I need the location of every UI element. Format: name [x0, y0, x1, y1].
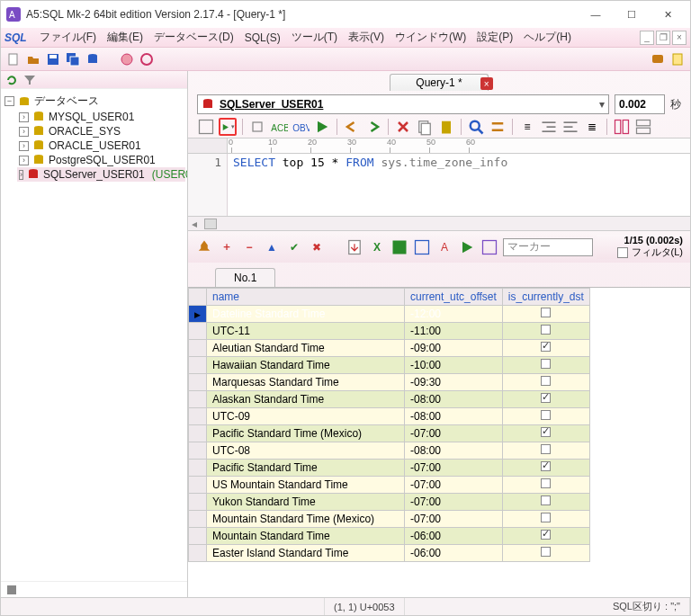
table-row[interactable]: UTC-11-11:00 — [189, 323, 590, 340]
pin-icon[interactable] — [195, 238, 213, 256]
cell-offset[interactable]: -07:00 — [405, 477, 503, 494]
commit-icon[interactable]: ✔ — [285, 238, 303, 256]
cell-dst[interactable] — [502, 357, 589, 374]
run-step-icon[interactable] — [313, 118, 331, 136]
cell-dst[interactable] — [502, 340, 589, 357]
connection-select[interactable]: SQLServer_USER01 ▾ — [197, 94, 609, 114]
row-header[interactable] — [189, 528, 207, 545]
run-sql-button[interactable] — [219, 118, 237, 136]
column-header-name[interactable]: name — [207, 289, 405, 306]
dst-checkbox[interactable] — [541, 495, 551, 505]
table-row[interactable]: Pacific Standard Time (Mexico)-07:00 — [189, 425, 590, 442]
table-row[interactable]: UTC-09-08:00 — [189, 408, 590, 425]
stop-button[interactable] — [248, 118, 266, 136]
cell-dst[interactable] — [502, 494, 589, 511]
copy-icon[interactable] — [416, 118, 434, 136]
save-icon[interactable] — [46, 52, 60, 67]
tree-expand-icon[interactable]: › — [19, 156, 29, 165]
cell-name[interactable]: Mountain Standard Time — [207, 528, 405, 545]
table-row[interactable]: UTC-08-08:00 — [189, 442, 590, 460]
column-header-offset[interactable]: current_utc_offset — [405, 289, 503, 306]
cell-dst[interactable] — [502, 425, 589, 442]
column-select-icon[interactable]: A — [435, 238, 453, 256]
close-tab-icon[interactable]: × — [480, 77, 493, 90]
new-file-icon[interactable] — [6, 52, 21, 67]
row-header[interactable] — [189, 340, 207, 357]
cell-name[interactable]: UTC-09 — [207, 408, 405, 425]
open-file-icon[interactable] — [26, 52, 40, 67]
indent-left-icon[interactable] — [561, 118, 579, 136]
cut-icon[interactable] — [394, 118, 412, 136]
save-all-icon[interactable] — [66, 52, 80, 67]
cell-name[interactable]: Alaskan Standard Time — [207, 391, 405, 408]
play-circle-icon[interactable] — [120, 52, 134, 67]
cell-dst[interactable] — [502, 528, 589, 545]
dst-checkbox[interactable] — [541, 308, 551, 317]
table-row[interactable]: Marquesas Standard Time-09:30 — [189, 374, 590, 391]
acb-icon[interactable]: ACB — [270, 118, 288, 136]
row-header[interactable] — [189, 494, 207, 511]
menu-help[interactable]: ヘルプ(H) — [518, 28, 577, 47]
add-row-icon[interactable]: ＋ — [218, 238, 236, 256]
mdi-close-button[interactable]: × — [672, 31, 687, 45]
cell-offset[interactable]: -08:00 — [405, 408, 503, 425]
window-maximize-button[interactable]: ☐ — [615, 4, 649, 25]
marker-input[interactable]: マーカー — [503, 238, 593, 256]
cell-offset[interactable]: -09:30 — [405, 374, 503, 391]
row-header[interactable] — [189, 306, 207, 323]
row-header[interactable] — [189, 511, 207, 528]
delete-row-icon[interactable]: − — [240, 238, 258, 256]
cell-name[interactable]: Easter Island Standard Time — [207, 545, 405, 562]
note-icon[interactable] — [670, 52, 685, 67]
export-icon[interactable] — [346, 238, 363, 256]
paste-icon[interactable] — [437, 118, 455, 136]
table-export-icon[interactable] — [413, 238, 431, 256]
tree-expand-icon[interactable]: › — [19, 141, 29, 151]
help-bubble-icon[interactable] — [651, 52, 665, 67]
row-header[interactable] — [189, 545, 207, 562]
dst-checkbox[interactable] — [541, 530, 551, 540]
cell-offset[interactable]: -06:00 — [405, 528, 503, 545]
menu-view[interactable]: 表示(V) — [343, 28, 390, 47]
cell-offset[interactable]: -11:00 — [405, 323, 503, 340]
column-header-dst[interactable]: is_currently_dst — [502, 289, 589, 306]
menu-settings[interactable]: 設定(P) — [471, 28, 518, 47]
database-icon[interactable] — [85, 52, 100, 67]
toolbar-icon[interactable] — [197, 118, 215, 136]
cell-name[interactable]: Aleutian Standard Time — [207, 340, 405, 357]
tree-expand-icon[interactable]: › — [19, 127, 29, 137]
row-header[interactable] — [189, 442, 207, 460]
filter-icon[interactable] — [22, 73, 37, 87]
grid-layout-icon[interactable] — [613, 118, 631, 136]
cell-offset[interactable]: -07:00 — [405, 460, 503, 477]
dst-checkbox[interactable] — [541, 444, 551, 454]
window-close-button[interactable]: ✕ — [651, 4, 685, 25]
cell-dst[interactable] — [502, 408, 589, 425]
menu-tool[interactable]: ツール(T) — [286, 28, 343, 47]
cell-name[interactable]: Hawaiian Standard Time — [207, 357, 405, 374]
result-tab[interactable]: No.1 — [215, 268, 275, 287]
cell-dst[interactable] — [502, 391, 589, 408]
indent-right-icon[interactable] — [540, 118, 558, 136]
align-left-icon[interactable]: ≡ — [518, 118, 536, 136]
table-row[interactable]: Mountain Standard Time (Mexico)-07:00 — [189, 511, 590, 528]
table-row[interactable]: Mountain Standard Time-06:00 — [189, 528, 590, 545]
database-tree[interactable]: − データベース ›MYSQL_USER01›ORACLE_SYS›ORACLE… — [1, 89, 187, 581]
dst-checkbox[interactable] — [541, 478, 551, 488]
cell-dst[interactable] — [502, 306, 589, 323]
redo-icon[interactable] — [364, 118, 382, 136]
cell-offset[interactable]: -12:00 — [405, 306, 503, 323]
menu-edit[interactable]: 編集(E) — [102, 28, 148, 47]
undo-icon[interactable] — [343, 118, 361, 136]
row-header[interactable] — [189, 374, 207, 391]
rows-layout-icon[interactable] — [634, 118, 652, 136]
dst-checkbox[interactable] — [541, 342, 551, 352]
cell-offset[interactable]: -08:00 — [405, 442, 503, 460]
row-header[interactable] — [189, 323, 207, 340]
menu-window[interactable]: ウインドウ(W) — [390, 28, 471, 47]
dst-checkbox[interactable] — [541, 513, 551, 522]
cell-offset[interactable]: -10:00 — [405, 357, 503, 374]
query-tab[interactable]: Query-1 * × — [390, 74, 488, 91]
dst-checkbox[interactable] — [541, 461, 551, 471]
refresh-icon[interactable] — [4, 73, 19, 87]
